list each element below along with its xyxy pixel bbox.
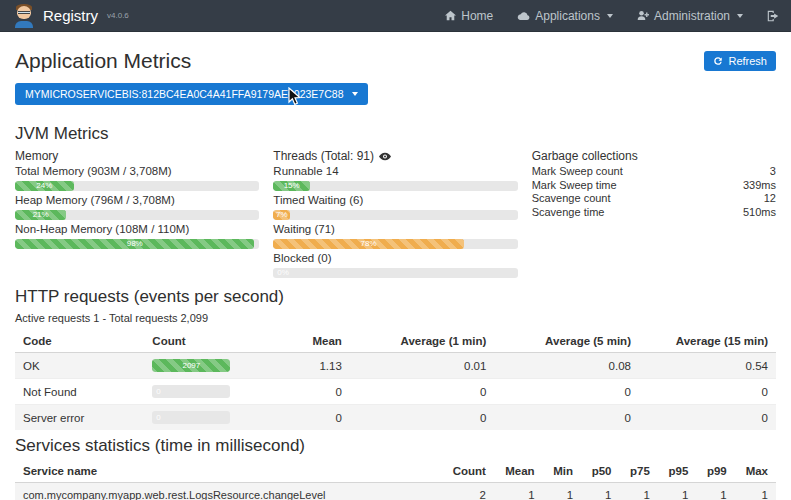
progress-value: 24% (36, 181, 52, 191)
table-row: Not Found 0 0 0 0 0 (15, 379, 776, 405)
avg1-cell: 0 (350, 405, 495, 431)
instance-selector-label: MYMICROSERVICEBIS:812BC4EA0C4A41FFA9179A… (25, 88, 343, 100)
count-bar: 2097 (152, 359, 230, 372)
metric-label: Blocked (0) (273, 252, 517, 265)
progress-value: 0% (277, 268, 289, 278)
progress-bar: 15% (273, 181, 517, 191)
thread-metric: Runnable 14 15% (273, 165, 517, 191)
progress-value: 78% (361, 239, 377, 249)
col-p75: p75 (619, 461, 657, 483)
avg5-cell: 0 (494, 405, 639, 431)
progress-bar: 21% (15, 210, 259, 220)
services-statistics-table: Service name Count Mean Min p50 p75 p95 … (15, 461, 776, 500)
progress-bar: 24% (15, 181, 259, 191)
col-mean: Mean (494, 461, 543, 483)
memory-metric: Heap Memory (796M / 3,708M) 21% (15, 194, 259, 220)
gc-label: Scavenge count (532, 192, 611, 206)
instance-selector-dropdown[interactable]: MYMICROSERVICEBIS:812BC4EA0C4A41FFA9179A… (15, 83, 368, 105)
http-requests-heading: HTTP requests (events per second) (15, 287, 776, 307)
jvm-metrics-heading: JVM Metrics (15, 124, 776, 144)
gc-column: Garbage collections Mark Sweep count3 Ma… (532, 149, 776, 281)
table-header-row: Service name Count Mean Min p50 p75 p95 … (15, 461, 776, 483)
code-cell: OK (15, 353, 144, 379)
col-avg1: Average (1 min) (350, 331, 495, 353)
mean-cell: 0 (281, 379, 349, 405)
count-bar: 0 (152, 411, 230, 424)
col-code: Code (15, 331, 144, 353)
metric-label: Total Memory (903M / 3,708M) (15, 165, 259, 178)
avg1-cell: 0 (350, 379, 495, 405)
col-p99: p99 (696, 461, 734, 483)
metric-label: Waiting (71) (273, 223, 517, 236)
brand-link[interactable]: Registry v4.0.6 (12, 4, 129, 28)
gc-row: Scavenge time510ms (532, 206, 776, 220)
gc-value: 339ms (743, 179, 776, 193)
nav-home-label: Home (461, 9, 493, 23)
memory-metric: Total Memory (903M / 3,708M) 24% (15, 165, 259, 191)
progress-bar: 78% (273, 239, 517, 249)
avg5-cell: 0 (494, 379, 639, 405)
thread-metric: Timed Waiting (6) 7% (273, 194, 517, 220)
brand-version: v4.0.6 (107, 11, 129, 20)
count-value: 2097 (182, 361, 200, 371)
chevron-down-icon (737, 14, 743, 18)
count-value: 0 (156, 387, 160, 397)
table-header-row: Code Count Mean Average (1 min) Average … (15, 331, 776, 353)
col-avg15: Average (15 min) (639, 331, 776, 353)
nav-administration[interactable]: Administration (637, 9, 743, 23)
jhipster-avatar-logo (12, 4, 36, 28)
col-min: Min (543, 461, 581, 483)
metric-label: Runnable 14 (273, 165, 517, 178)
threads-column: Threads (Total: 91) Runnable 14 15% Time… (273, 149, 517, 281)
progress-value: 15% (284, 181, 300, 191)
service-name-cell: com.mycompany.myapp.web.rest.LogsResourc… (15, 483, 441, 500)
nav-applications-label: Applications (535, 9, 600, 23)
gc-value: 12 (764, 192, 776, 206)
gc-row: Scavenge count12 (532, 192, 776, 206)
nav-applications[interactable]: Applications (517, 9, 613, 23)
users-icon (637, 10, 649, 21)
thread-metric: Waiting (71) 78% (273, 223, 517, 249)
threads-title: Threads (Total: 91) (273, 149, 374, 163)
col-count: Count (441, 461, 494, 483)
count-value: 0 (156, 413, 160, 423)
chevron-down-icon (607, 14, 613, 18)
metric-label: Heap Memory (796M / 3,708M) (15, 194, 259, 207)
nav-sign-out[interactable] (767, 10, 779, 22)
col-service-name: Service name (15, 461, 441, 483)
avg1-cell: 0.01 (350, 353, 495, 379)
http-requests-table: Code Count Mean Average (1 min) Average … (15, 331, 776, 430)
nav-administration-label: Administration (654, 9, 730, 23)
memory-metric: Non-Heap Memory (108M / 110M) 98% (15, 223, 259, 249)
gc-label: Mark Sweep time (532, 179, 617, 193)
gc-value: 510ms (743, 206, 776, 220)
avg15-cell: 0.54 (639, 353, 776, 379)
mean-cell: 0 (281, 405, 349, 431)
refresh-button[interactable]: Refresh (704, 51, 776, 71)
page-title: Application Metrics (15, 49, 191, 73)
refresh-button-label: Refresh (728, 55, 767, 67)
nav-home[interactable]: Home (445, 9, 493, 23)
avg15-cell: 0 (639, 405, 776, 431)
metric-label: Timed Waiting (6) (273, 194, 517, 207)
metric-label: Non-Heap Memory (108M / 110M) (15, 223, 259, 236)
mean-cell: 1.13 (281, 353, 349, 379)
avg15-cell: 0 (639, 379, 776, 405)
gc-label: Scavenge time (532, 206, 605, 220)
eye-icon[interactable] (379, 152, 391, 161)
code-cell: Server error (15, 405, 144, 431)
progress-value: 98% (127, 239, 143, 249)
http-requests-summary: Active requests 1 - Total requests 2,099 (15, 312, 776, 324)
brand-name: Registry (43, 7, 98, 24)
sign-out-icon (767, 10, 779, 22)
col-mean: Mean (281, 331, 349, 353)
gc-title: Garbage collections (532, 149, 776, 163)
table-row: com.mycompany.myapp.web.rest.LogsResourc… (15, 483, 776, 500)
progress-value: 7% (276, 210, 288, 220)
col-avg5: Average (5 min) (494, 331, 639, 353)
cloud-icon (517, 11, 530, 21)
services-statistics-heading: Services statistics (time in millisecond… (15, 436, 776, 456)
gc-row: Mark Sweep time339ms (532, 179, 776, 193)
col-count: Count (144, 331, 281, 353)
col-p50: p50 (581, 461, 619, 483)
